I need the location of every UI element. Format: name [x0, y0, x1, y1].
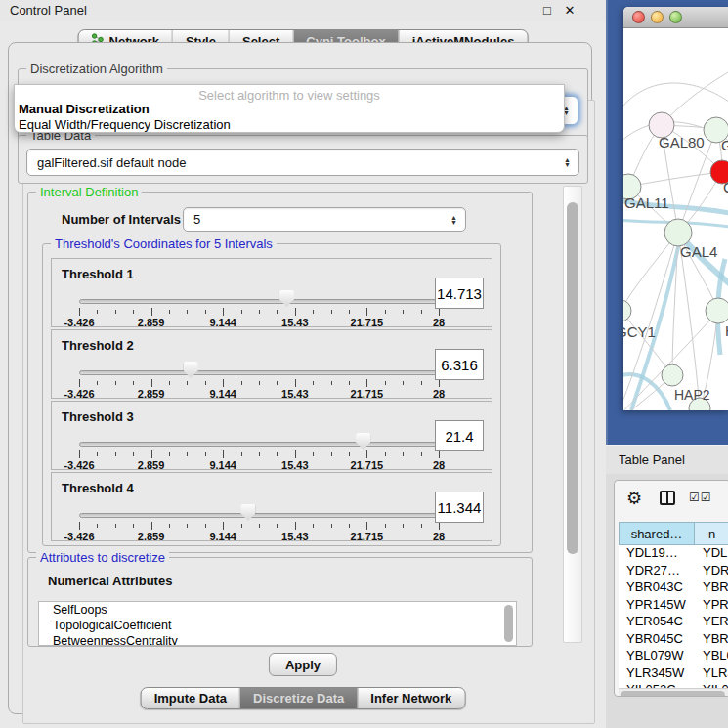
table-cell: YPR1 — [695, 597, 728, 615]
network-edge[interactable] — [628, 172, 722, 187]
tick-label: 15.43 — [281, 388, 309, 400]
table-panel-area: ⚙ ☑☑ shared…n YDL19…YDL1YDR27…YDR2YBR043… — [606, 474, 728, 728]
tick-label: -3.426 — [64, 459, 94, 471]
network-node[interactable] — [623, 300, 631, 321]
table-row[interactable]: YER054CYER0 — [619, 614, 728, 631]
table-hscrollbar-thumb[interactable] — [621, 691, 725, 697]
slider-tick — [295, 450, 296, 458]
network-canvas[interactable]: GAL80GCGAL11GAL4GCY1HHAP2 — [623, 28, 728, 410]
table-row[interactable]: YDR27…YDR2 — [619, 563, 728, 580]
combobox-stepper-icon[interactable]: ▲▼ — [564, 157, 571, 167]
settings-scrollbar-track[interactable] — [563, 186, 582, 643]
attribute-item-topologicalcoefficient[interactable]: TopologicalCoefficient — [39, 618, 516, 633]
tick-label: 21.715 — [351, 388, 384, 400]
table-row[interactable]: YBR045CYBR0 — [619, 631, 728, 649]
slider-track[interactable] — [79, 370, 439, 375]
popup-item-manual-discretization[interactable]: Manual Discretization — [19, 102, 150, 116]
slider-tick — [366, 522, 367, 530]
desktop-background: GAL80GCGAL11GAL4GCY1HHAP2 — [606, 0, 728, 445]
number-of-intervals-value: 5 — [193, 212, 200, 227]
slider-tick — [151, 522, 152, 530]
slider-tick — [277, 310, 278, 314]
table-row[interactable]: YLR345WYLR3 — [619, 665, 728, 683]
table-cell: YBR043C — [619, 579, 695, 597]
attribute-item-betweennesscentrality[interactable]: BetweennessCentrality — [39, 633, 516, 646]
numerical-attributes-list[interactable]: SelfLoopsTopologicalCoefficientBetweenne… — [38, 601, 517, 646]
threshold-value-field[interactable] — [435, 349, 484, 380]
table-hscrollbar[interactable] — [619, 688, 728, 697]
slider-thumb[interactable] — [184, 362, 198, 378]
slider-thumb[interactable] — [279, 290, 294, 307]
close-traffic-light-icon[interactable] — [632, 11, 645, 23]
network-node[interactable] — [662, 364, 683, 386]
table-cell: YDR2 — [695, 563, 728, 580]
network-node[interactable] — [664, 219, 692, 246]
table-cell: YBR045C — [619, 631, 695, 649]
float-window-icon[interactable]: □ — [539, 3, 555, 18]
slider-tick — [403, 310, 404, 314]
threshold-value-field[interactable] — [435, 278, 484, 309]
table-data-combobox[interactable]: galFiltered.sif default node ▲▼ — [26, 149, 579, 176]
table-data-value: galFiltered.sif default node — [37, 155, 186, 170]
combobox-stepper-icon[interactable]: ▲▼ — [450, 215, 457, 225]
slider-track[interactable] — [79, 442, 439, 447]
slider-tick — [169, 310, 170, 314]
node-table: shared…n YDL19…YDL1YDR27…YDR2YBR043CYBR0… — [619, 522, 728, 696]
attribute-item-selfloops[interactable]: SelfLoops — [39, 602, 516, 618]
table-cell: YDL19… — [619, 545, 695, 563]
slider-tick — [97, 524, 98, 528]
network-edge[interactable] — [623, 233, 678, 311]
threshold-label: Threshold 3 — [62, 409, 134, 424]
table-rows: YDL19…YDL1YDR27…YDR2YBR043CYBR0YPR145WYP… — [619, 545, 728, 688]
tab-infer-network[interactable]: Infer Network — [357, 688, 464, 708]
slider-track[interactable] — [79, 299, 439, 304]
table-row[interactable]: YDL19…YDL1 — [619, 545, 728, 563]
attributes-group: Attributes to discretize Numerical Attri… — [27, 557, 533, 647]
tab-impute-data[interactable]: Impute Data — [142, 688, 239, 708]
network-edge[interactable] — [623, 83, 728, 111]
slider-thumb[interactable] — [356, 433, 370, 450]
popup-item-equal-width-frequency-discretization[interactable]: Equal Width/Frequency Discretization — [19, 117, 231, 132]
tick-label: 15.43 — [281, 459, 309, 471]
tick-label: -3.426 — [64, 317, 94, 328]
threshold-panel: Threshold 1-3.4262.8599.14415.4321.71528 — [51, 258, 492, 327]
close-window-icon[interactable]: ✕ — [562, 3, 578, 18]
threshold-value-field[interactable] — [435, 492, 484, 523]
list-scrollbar-thumb[interactable] — [504, 605, 513, 642]
slider-tick — [187, 310, 188, 314]
column-header-n[interactable]: n — [695, 522, 728, 545]
slider-tick — [187, 452, 188, 456]
columns-icon[interactable] — [660, 491, 675, 505]
slider-tick — [313, 524, 314, 528]
number-of-intervals-combobox[interactable]: 5 ▲▼ — [183, 207, 466, 232]
tick-label: 21.715 — [351, 531, 384, 542]
slider-track[interactable] — [79, 513, 439, 518]
table-panel-title: Table Panel — [619, 452, 685, 467]
tick-label: -3.426 — [64, 388, 94, 400]
table-row[interactable]: YPR145WYPR1 — [619, 597, 728, 615]
slider-tick — [366, 379, 367, 387]
network-graph[interactable]: GAL80GCGAL11GAL4GCY1HHAP2 — [623, 28, 728, 410]
table-row[interactable]: YBL079WYBL0 — [619, 648, 728, 665]
slider-tick — [115, 452, 116, 456]
apply-button[interactable]: Apply — [269, 653, 337, 676]
zoom-traffic-light-icon[interactable] — [669, 11, 682, 23]
checkboxes-icon[interactable]: ☑☑ — [689, 491, 712, 504]
tick-label: 15.43 — [281, 317, 309, 328]
settings-scrollbar-thumb[interactable] — [567, 202, 578, 554]
table-cell: YPR145W — [619, 597, 695, 615]
threshold-value-field[interactable] — [435, 420, 484, 451]
slider-thumb[interactable] — [240, 504, 255, 521]
minimize-traffic-light-icon[interactable] — [651, 11, 664, 23]
slider-tick — [133, 381, 134, 385]
tick-label: -3.426 — [64, 531, 94, 542]
column-header-shared-[interactable]: shared… — [619, 522, 695, 545]
network-node[interactable] — [706, 298, 728, 323]
slider-tick — [115, 381, 116, 385]
slider-tick — [259, 310, 260, 314]
tab-discretize-data[interactable]: Discretize Data — [239, 688, 357, 708]
table-row[interactable]: YBR043CYBR0 — [619, 579, 728, 597]
gear-icon[interactable]: ⚙ — [626, 488, 642, 509]
slider-tick — [169, 524, 170, 528]
slider-tick — [403, 524, 404, 528]
